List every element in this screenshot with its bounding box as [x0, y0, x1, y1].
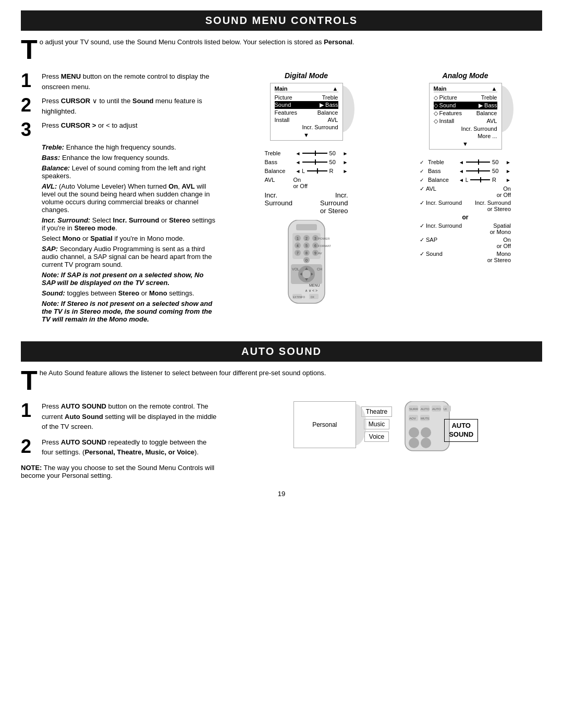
svg-text:6: 6 — [314, 244, 316, 248]
avl-values: On or Off — [293, 177, 308, 189]
analog-treble-slider: ✓ Treble ◄ 50 ► — [420, 159, 511, 165]
digital-mode-title: Digital Mode — [285, 71, 328, 80]
digital-menu-row-features: FeaturesBalance — [275, 109, 338, 116]
big-T-letter: T — [21, 38, 38, 63]
analog-picture: ◇ PictureTreble — [434, 94, 497, 102]
treble-slider: Treble ◄ 50 ► — [265, 150, 348, 156]
digital-menu-box: Main▲ PictureTreble Sound▶ Bass Features… — [270, 83, 343, 141]
svg-point-30 — [302, 270, 311, 278]
cursor-bold: CURSOR — [61, 97, 90, 105]
step-number-3: 3 — [21, 120, 36, 139]
balance-check: ✓ — [420, 177, 426, 183]
digital-sliders: Treble ◄ 50 ► Bass ◄ 50 — [265, 150, 348, 215]
svg-text:8: 8 — [305, 251, 308, 255]
balance-track — [307, 170, 327, 171]
analog-sap: ✓ SAP On or Off — [420, 237, 511, 249]
auto-sound-bold3: AUTO SOUND — [61, 438, 106, 446]
analog-incr-surround: Incr. Surround — [434, 125, 497, 132]
svg-text:DX: DX — [311, 295, 315, 299]
auto-step-1: 1 Press AUTO SOUND button on the remote … — [21, 401, 219, 432]
analog-incr1: ✓ Incr. Surround Incr. Surround or Stere… — [420, 200, 511, 212]
step-content-3: Press CURSOR > or < to adjust — [42, 120, 138, 139]
treble-track — [302, 153, 327, 154]
analog-mode-column: Analog Mode Main▲ ◇ PictureTreble ◇ Soun… — [388, 71, 542, 326]
svg-text:POWER: POWER — [318, 237, 330, 240]
analog-controls: ✓ Treble ◄ 50 ► ✓ Bass ◄ — [420, 159, 511, 265]
cursor-gt-bold: CURSOR > — [61, 121, 96, 129]
auto-label: AUTO — [449, 422, 473, 430]
auto-right: Personal Theatre Music Voice SURR AUTO — [229, 401, 542, 479]
remote-control-digital: 1 2 3 POWER 4 5 6 FORMAT 7 8 9 AV 0 — [278, 220, 335, 310]
balance-slider: Balance ◄ L R ► — [265, 168, 348, 174]
personal-label: Personal — [312, 421, 337, 428]
svg-point-56 — [421, 427, 431, 438]
auto-intro-text: he Auto Sound feature allows the listene… — [40, 369, 326, 377]
bass-thumb — [315, 159, 316, 165]
auto-sound-bold1: AUTO SOUND — [61, 402, 106, 410]
bass-slider: Bass ◄ 50 ► — [265, 159, 348, 165]
svg-text:SURR: SURR — [409, 408, 419, 411]
auto-sound-badge: AUTO SOUND — [444, 419, 478, 442]
digital-incr: Incr. Surround Incr. Surround or Stereo — [265, 191, 348, 215]
digital-mode-column: Digital Mode Main▲ PictureTreble Sound▶ … — [229, 71, 383, 326]
auto-note-text: NOTE: The way you choose to set the Soun… — [21, 464, 219, 479]
analog-arrow-down: ▼ — [434, 141, 497, 147]
analog-avl: ✓ AVL On or Off — [420, 186, 511, 198]
svg-text:1: 1 — [297, 237, 299, 240]
analog-bass-slider: ✓ Bass ◄ 50 ► — [420, 168, 511, 174]
svg-text:AUTO: AUTO — [432, 408, 441, 411]
steps-area: 1 Press MENU button on the remote contro… — [21, 71, 542, 326]
music-item: Music — [364, 419, 389, 429]
auto-sound-bold2: Auto Sound — [65, 413, 103, 421]
svg-text:AV: AV — [318, 252, 322, 255]
svg-text:7: 7 — [297, 251, 299, 255]
incr-desc: Incr. Surround: Select Incr. Surround or… — [42, 216, 219, 232]
analog-sound: ◇ Sound▶ Bass — [434, 102, 497, 109]
analog-incr2: ✓ Incr. Surround Spatial or Mono — [420, 223, 511, 235]
svg-text:9: 9 — [314, 251, 316, 255]
step-content-2: Press CURSOR ∨ to until the Sound menu f… — [42, 96, 219, 116]
auto-big-T: T — [21, 369, 38, 394]
svg-point-54 — [409, 427, 419, 438]
analog-menu-box: Main▲ ◇ PictureTreble ◇ Sound▶ Bass ◇ Fe… — [429, 83, 502, 150]
svg-text:0: 0 — [305, 258, 308, 262]
svg-rect-1 — [296, 224, 317, 230]
analog-more: More ... — [434, 132, 497, 140]
menu-bold: MENU — [61, 72, 81, 80]
digital-menu-wrapper: Main▲ PictureTreble Sound▶ Bass Features… — [270, 83, 343, 145]
step-1: 1 Press MENU button on the remote contro… — [21, 71, 219, 92]
steps-left: 1 Press MENU button on the remote contro… — [21, 71, 219, 326]
settings-bold: Personal, Theatre, Music, or Voice — [84, 448, 194, 456]
voice-item: Voice — [364, 431, 389, 442]
theatre-item: Theatre — [361, 406, 392, 417]
auto-step-2: 2 Press AUTO SOUND repeatedly to toggle … — [21, 437, 219, 458]
auto-step-content-2: Press AUTO SOUND repeatedly to toggle be… — [42, 437, 219, 458]
svg-text:FORMAT: FORMAT — [318, 244, 331, 248]
auto-sound-section: AUTO SOUND T he Auto Sound feature allow… — [21, 341, 542, 479]
digital-menu-row-picture: PictureTreble — [275, 94, 338, 101]
step-number-1: 1 — [21, 71, 36, 92]
svg-text:5: 5 — [305, 244, 308, 248]
analog-sound-mono: ✓ Sound Mono or Stereo — [420, 251, 511, 263]
svg-text:2: 2 — [305, 237, 308, 240]
incr-val: Incr. Surround or Stereo — [307, 191, 348, 215]
svg-text:∧ ∨ < >: ∧ ∨ < > — [305, 289, 317, 292]
sap-desc: SAP: Secondary Audio Programming is sent… — [42, 245, 219, 268]
descriptions: Treble: Enhance the high frequency sound… — [42, 143, 219, 323]
step-3: 3 Press CURSOR > or < to adjust — [21, 120, 219, 139]
step-2: 2 Press CURSOR ∨ to until the Sound menu… — [21, 96, 219, 116]
sound-menu-title: SOUND MENU CONTROLS — [21, 10, 542, 31]
note-mono: Note: If Stereo is not present on a sele… — [42, 300, 219, 323]
intro-end: . — [352, 38, 354, 46]
step-content-1: Press MENU button on the remote control … — [42, 71, 219, 92]
sound-toggle: Sound: toggles between Stereo or Mono se… — [42, 289, 219, 297]
note-sap: Note: If SAP is not present on a selecte… — [42, 271, 219, 287]
svg-text:MUTE: MUTE — [421, 417, 430, 420]
bass-desc: Bass: Enhance the low frequency sounds. — [42, 154, 219, 162]
svg-point-57 — [421, 438, 431, 448]
digital-menu-row-install: InstallAVL — [275, 116, 338, 124]
personal-screen: Personal — [293, 401, 356, 448]
auto-left: 1 Press AUTO SOUND button on the remote … — [21, 401, 219, 479]
auto-sound-title: AUTO SOUND — [21, 341, 542, 362]
digital-menu-row-incr: Incr. Surround — [275, 124, 338, 131]
